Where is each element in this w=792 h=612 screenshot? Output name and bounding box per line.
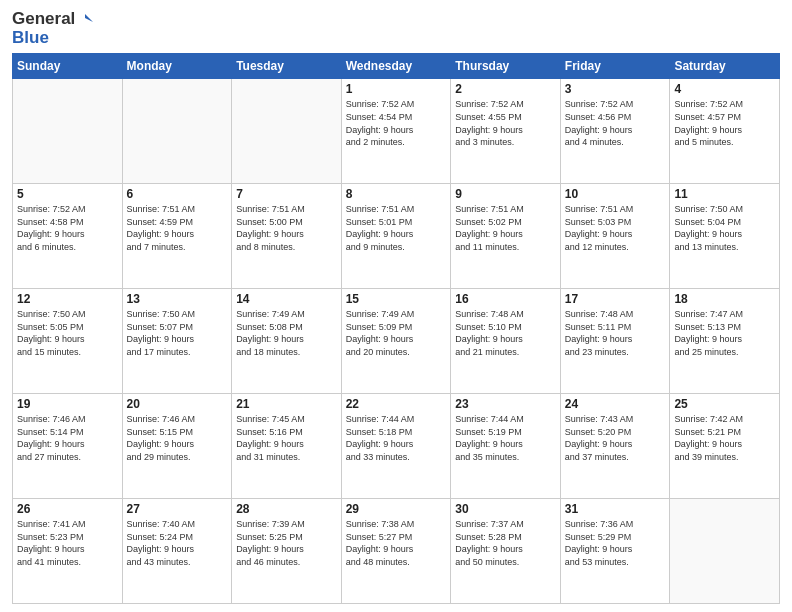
day-number: 17: [565, 292, 666, 306]
day-detail: Sunrise: 7:49 AM Sunset: 5:09 PM Dayligh…: [346, 308, 447, 358]
day-detail: Sunrise: 7:41 AM Sunset: 5:23 PM Dayligh…: [17, 518, 118, 568]
day-detail: Sunrise: 7:46 AM Sunset: 5:14 PM Dayligh…: [17, 413, 118, 463]
day-number: 1: [346, 82, 447, 96]
calendar-cell: 9Sunrise: 7:51 AM Sunset: 5:02 PM Daylig…: [451, 184, 561, 289]
calendar-cell: 25Sunrise: 7:42 AM Sunset: 5:21 PM Dayli…: [670, 394, 780, 499]
day-number: 2: [455, 82, 556, 96]
calendar-cell: 22Sunrise: 7:44 AM Sunset: 5:18 PM Dayli…: [341, 394, 451, 499]
calendar-cell: 3Sunrise: 7:52 AM Sunset: 4:56 PM Daylig…: [560, 79, 670, 184]
week-row-5: 26Sunrise: 7:41 AM Sunset: 5:23 PM Dayli…: [13, 499, 780, 604]
day-number: 30: [455, 502, 556, 516]
day-number: 22: [346, 397, 447, 411]
day-detail: Sunrise: 7:48 AM Sunset: 5:11 PM Dayligh…: [565, 308, 666, 358]
day-number: 13: [127, 292, 228, 306]
day-detail: Sunrise: 7:42 AM Sunset: 5:21 PM Dayligh…: [674, 413, 775, 463]
day-number: 8: [346, 187, 447, 201]
calendar-cell: 23Sunrise: 7:44 AM Sunset: 5:19 PM Dayli…: [451, 394, 561, 499]
week-row-1: 1Sunrise: 7:52 AM Sunset: 4:54 PM Daylig…: [13, 79, 780, 184]
day-detail: Sunrise: 7:43 AM Sunset: 5:20 PM Dayligh…: [565, 413, 666, 463]
day-number: 20: [127, 397, 228, 411]
day-number: 15: [346, 292, 447, 306]
day-detail: Sunrise: 7:48 AM Sunset: 5:10 PM Dayligh…: [455, 308, 556, 358]
calendar-cell: 18Sunrise: 7:47 AM Sunset: 5:13 PM Dayli…: [670, 289, 780, 394]
day-detail: Sunrise: 7:50 AM Sunset: 5:07 PM Dayligh…: [127, 308, 228, 358]
calendar-cell: 31Sunrise: 7:36 AM Sunset: 5:29 PM Dayli…: [560, 499, 670, 604]
day-number: 27: [127, 502, 228, 516]
day-detail: Sunrise: 7:51 AM Sunset: 5:00 PM Dayligh…: [236, 203, 337, 253]
weekday-header-thursday: Thursday: [451, 54, 561, 79]
calendar-cell: 15Sunrise: 7:49 AM Sunset: 5:09 PM Dayli…: [341, 289, 451, 394]
day-detail: Sunrise: 7:49 AM Sunset: 5:08 PM Dayligh…: [236, 308, 337, 358]
day-detail: Sunrise: 7:50 AM Sunset: 5:05 PM Dayligh…: [17, 308, 118, 358]
svg-marker-0: [85, 14, 93, 22]
day-number: 16: [455, 292, 556, 306]
calendar-cell: [670, 499, 780, 604]
day-detail: Sunrise: 7:52 AM Sunset: 4:56 PM Dayligh…: [565, 98, 666, 148]
logo-bird-icon: [77, 12, 93, 28]
day-number: 19: [17, 397, 118, 411]
calendar-cell: 2Sunrise: 7:52 AM Sunset: 4:55 PM Daylig…: [451, 79, 561, 184]
weekday-header-sunday: Sunday: [13, 54, 123, 79]
week-row-4: 19Sunrise: 7:46 AM Sunset: 5:14 PM Dayli…: [13, 394, 780, 499]
calendar-cell: [232, 79, 342, 184]
day-detail: Sunrise: 7:51 AM Sunset: 5:02 PM Dayligh…: [455, 203, 556, 253]
logo-text: General Blue: [12, 10, 93, 47]
logo-blue: Blue: [12, 28, 49, 47]
day-number: 14: [236, 292, 337, 306]
page-container: General Blue SundayMondayTuesdayWednesda…: [0, 0, 792, 612]
day-detail: Sunrise: 7:46 AM Sunset: 5:15 PM Dayligh…: [127, 413, 228, 463]
day-number: 9: [455, 187, 556, 201]
calendar-cell: [13, 79, 123, 184]
calendar-cell: 20Sunrise: 7:46 AM Sunset: 5:15 PM Dayli…: [122, 394, 232, 499]
day-number: 25: [674, 397, 775, 411]
day-detail: Sunrise: 7:51 AM Sunset: 5:03 PM Dayligh…: [565, 203, 666, 253]
day-number: 7: [236, 187, 337, 201]
day-detail: Sunrise: 7:52 AM Sunset: 4:58 PM Dayligh…: [17, 203, 118, 253]
calendar-cell: 29Sunrise: 7:38 AM Sunset: 5:27 PM Dayli…: [341, 499, 451, 604]
calendar-cell: 27Sunrise: 7:40 AM Sunset: 5:24 PM Dayli…: [122, 499, 232, 604]
day-detail: Sunrise: 7:45 AM Sunset: 5:16 PM Dayligh…: [236, 413, 337, 463]
calendar-cell: 4Sunrise: 7:52 AM Sunset: 4:57 PM Daylig…: [670, 79, 780, 184]
weekday-header-tuesday: Tuesday: [232, 54, 342, 79]
calendar-cell: 19Sunrise: 7:46 AM Sunset: 5:14 PM Dayli…: [13, 394, 123, 499]
day-number: 29: [346, 502, 447, 516]
calendar-cell: 21Sunrise: 7:45 AM Sunset: 5:16 PM Dayli…: [232, 394, 342, 499]
calendar-cell: 14Sunrise: 7:49 AM Sunset: 5:08 PM Dayli…: [232, 289, 342, 394]
calendar-cell: 24Sunrise: 7:43 AM Sunset: 5:20 PM Dayli…: [560, 394, 670, 499]
day-detail: Sunrise: 7:50 AM Sunset: 5:04 PM Dayligh…: [674, 203, 775, 253]
calendar-cell: 1Sunrise: 7:52 AM Sunset: 4:54 PM Daylig…: [341, 79, 451, 184]
day-number: 11: [674, 187, 775, 201]
day-number: 21: [236, 397, 337, 411]
calendar-cell: 17Sunrise: 7:48 AM Sunset: 5:11 PM Dayli…: [560, 289, 670, 394]
calendar-cell: 10Sunrise: 7:51 AM Sunset: 5:03 PM Dayli…: [560, 184, 670, 289]
day-detail: Sunrise: 7:36 AM Sunset: 5:29 PM Dayligh…: [565, 518, 666, 568]
day-detail: Sunrise: 7:51 AM Sunset: 4:59 PM Dayligh…: [127, 203, 228, 253]
week-row-3: 12Sunrise: 7:50 AM Sunset: 5:05 PM Dayli…: [13, 289, 780, 394]
logo-general: General: [12, 9, 75, 28]
day-detail: Sunrise: 7:52 AM Sunset: 4:55 PM Dayligh…: [455, 98, 556, 148]
day-number: 24: [565, 397, 666, 411]
calendar-table: SundayMondayTuesdayWednesdayThursdayFrid…: [12, 53, 780, 604]
weekday-header-row: SundayMondayTuesdayWednesdayThursdayFrid…: [13, 54, 780, 79]
day-detail: Sunrise: 7:44 AM Sunset: 5:18 PM Dayligh…: [346, 413, 447, 463]
day-number: 18: [674, 292, 775, 306]
day-detail: Sunrise: 7:38 AM Sunset: 5:27 PM Dayligh…: [346, 518, 447, 568]
weekday-header-monday: Monday: [122, 54, 232, 79]
calendar-cell: 16Sunrise: 7:48 AM Sunset: 5:10 PM Dayli…: [451, 289, 561, 394]
day-detail: Sunrise: 7:51 AM Sunset: 5:01 PM Dayligh…: [346, 203, 447, 253]
day-number: 10: [565, 187, 666, 201]
day-detail: Sunrise: 7:39 AM Sunset: 5:25 PM Dayligh…: [236, 518, 337, 568]
week-row-2: 5Sunrise: 7:52 AM Sunset: 4:58 PM Daylig…: [13, 184, 780, 289]
page-header: General Blue: [12, 10, 780, 47]
calendar-cell: 5Sunrise: 7:52 AM Sunset: 4:58 PM Daylig…: [13, 184, 123, 289]
day-number: 26: [17, 502, 118, 516]
calendar-cell: 13Sunrise: 7:50 AM Sunset: 5:07 PM Dayli…: [122, 289, 232, 394]
calendar-cell: 7Sunrise: 7:51 AM Sunset: 5:00 PM Daylig…: [232, 184, 342, 289]
day-number: 23: [455, 397, 556, 411]
logo: General Blue: [12, 10, 93, 47]
day-number: 5: [17, 187, 118, 201]
weekday-header-wednesday: Wednesday: [341, 54, 451, 79]
calendar-cell: 6Sunrise: 7:51 AM Sunset: 4:59 PM Daylig…: [122, 184, 232, 289]
calendar-cell: 8Sunrise: 7:51 AM Sunset: 5:01 PM Daylig…: [341, 184, 451, 289]
day-detail: Sunrise: 7:47 AM Sunset: 5:13 PM Dayligh…: [674, 308, 775, 358]
